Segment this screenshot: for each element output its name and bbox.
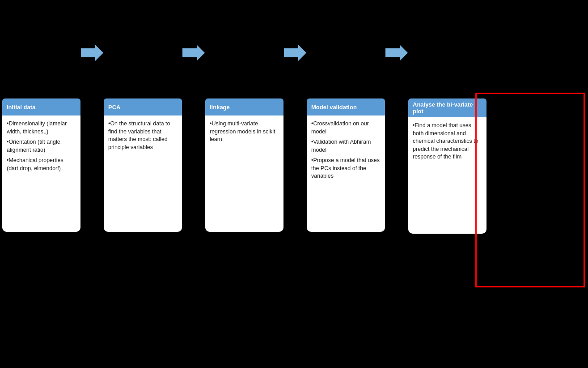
arrow-2 <box>182 45 205 61</box>
svg-marker-1 <box>182 45 205 61</box>
step-wrapper-initial-data: Initial data•Dimensionality (lamelar wid… <box>2 98 80 232</box>
svg-marker-0 <box>81 45 103 61</box>
step-card-linkage: linkage•Using multi-variate regression m… <box>205 98 283 232</box>
svg-marker-2 <box>284 45 306 61</box>
card-header-initial-data: Initial data <box>2 98 80 116</box>
main-canvas: Initial data•Dimensionality (lamelar wid… <box>0 0 588 368</box>
card-header-pca: PCA <box>104 98 182 116</box>
flow-container: Initial data•Dimensionality (lamelar wid… <box>0 98 588 234</box>
step-card-model-validation: Model validation•Crossvalidation on our … <box>307 98 385 232</box>
card-body-analyse-bivariate: •Find a model that uses both dimensional… <box>408 117 486 234</box>
card-body-text: •Using multi-variate regression models i… <box>210 120 279 144</box>
card-header-analyse-bivariate: Analyse the bi-variate plot <box>408 98 486 117</box>
card-body-linkage: •Using multi-variate regression models i… <box>205 116 283 232</box>
card-body-text: •Find a model that uses both dimensional… <box>413 122 482 161</box>
arrow-3 <box>283 45 307 61</box>
card-body-text: •Orientation (tilt angle, alignment rati… <box>7 138 76 154</box>
step-wrapper-model-validation: Model validation•Crossvalidation on our … <box>307 98 385 232</box>
arrow-4 <box>385 45 408 61</box>
card-body-text: •Dimensionality (lamelar width, thicknes… <box>7 120 76 136</box>
card-body-text: •On the structural data to find the vari… <box>108 120 178 151</box>
card-header-linkage: linkage <box>205 98 283 116</box>
step-card-analyse-bivariate: Analyse the bi-variate plot•Find a model… <box>408 98 486 234</box>
arrow-1 <box>80 45 104 61</box>
card-body-text: •Mechanical properties (dart drop, elmen… <box>7 157 76 172</box>
card-body-pca: •On the structural data to find the vari… <box>104 116 182 232</box>
card-body-text: •Propose a model that uses the PCs inste… <box>311 157 381 180</box>
step-card-pca: PCA•On the structural data to find the v… <box>104 98 182 232</box>
card-body-text: •Crossvalidation on our model <box>311 120 381 136</box>
step-wrapper-pca: PCA•On the structural data to find the v… <box>104 98 182 232</box>
card-body-model-validation: •Crossvalidation on our model•Validation… <box>307 116 385 232</box>
svg-marker-3 <box>385 45 408 61</box>
step-wrapper-analyse-bivariate: Analyse the bi-variate plot•Find a model… <box>408 98 486 234</box>
card-body-text: •Validation with Abhiram model <box>311 138 381 154</box>
step-card-initial-data: Initial data•Dimensionality (lamelar wid… <box>2 98 80 232</box>
step-wrapper-linkage: linkage•Using multi-variate regression m… <box>205 98 283 232</box>
card-header-model-validation: Model validation <box>307 98 385 116</box>
card-body-initial-data: •Dimensionality (lamelar width, thicknes… <box>2 116 80 232</box>
